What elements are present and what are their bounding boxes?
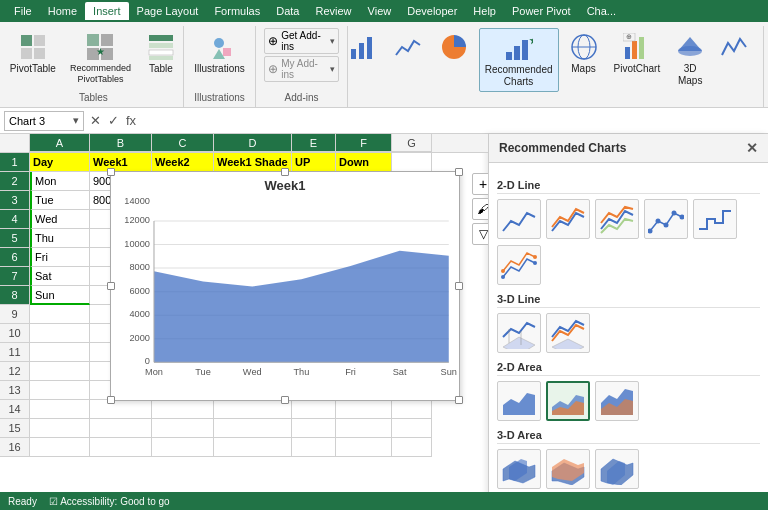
line-charts-button[interactable] [387,28,429,66]
tab-review[interactable]: Review [307,5,359,17]
tab-formulas[interactable]: Formulas [206,5,268,17]
illustrations-button[interactable]: Illustrations [189,28,250,78]
embedded-chart[interactable]: Week1 0 2000 4000 6000 8000 10000 12000 … [110,171,460,401]
chart-handle-tl[interactable] [107,168,115,176]
cell-a1[interactable]: Day [30,153,90,172]
recommended-pivot-button[interactable]: ★ RecommendedPivotTables [65,28,136,88]
row-header-12[interactable]: 12 [0,362,30,381]
line-chart-thumb-6[interactable] [497,245,541,285]
name-box-dropdown[interactable]: ▾ [73,114,79,127]
line-chart-thumb-4[interactable] [644,199,688,239]
row-header-11[interactable]: 11 [0,343,30,362]
cell-f15[interactable] [336,419,392,438]
cell-f14[interactable] [336,400,392,419]
cell-g14[interactable] [392,400,432,419]
3d-line-thumb-2[interactable] [546,313,590,353]
get-addins-button[interactable]: ⊕ Get Add-ins ▾ [264,28,339,54]
col-header-f[interactable]: F [336,134,392,152]
cell-b15[interactable] [90,419,152,438]
tab-data[interactable]: Data [268,5,307,17]
tab-chart[interactable]: Cha... [579,5,624,17]
3d-area-thumb-2[interactable] [546,449,590,489]
cell-d15[interactable] [214,419,292,438]
tab-view[interactable]: View [360,5,400,17]
2d-area-thumb-1[interactable] [497,381,541,421]
row-header-2[interactable]: 2 [0,172,30,191]
cell-f16[interactable] [336,438,392,457]
formula-input[interactable] [142,114,764,128]
3d-line-thumb-1[interactable] [497,313,541,353]
line-chart-thumb-5[interactable] [693,199,737,239]
row-header-6[interactable]: 6 [0,248,30,267]
cell-a14[interactable] [30,400,90,419]
cell-a4[interactable]: Wed [30,210,90,229]
row-header-13[interactable]: 13 [0,381,30,400]
cell-b1[interactable]: Week1 [90,153,152,172]
cell-g16[interactable] [392,438,432,457]
confirm-formula-button[interactable]: ✓ [106,113,121,128]
row-header-9[interactable]: 9 [0,305,30,324]
cell-a13[interactable] [30,381,90,400]
cell-a5[interactable]: Thu [30,229,90,248]
cell-a3[interactable]: Tue [30,191,90,210]
pivot-table-button[interactable]: PivotTable [5,28,61,78]
name-box[interactable]: Chart 3 ▾ [4,111,84,131]
row-header-10[interactable]: 10 [0,324,30,343]
cell-e14[interactable] [292,400,336,419]
cancel-formula-button[interactable]: ✕ [88,113,103,128]
tab-insert[interactable]: Insert [85,2,129,20]
cell-a10[interactable] [30,324,90,343]
cell-e1[interactable]: UP [292,153,336,172]
3d-area-thumb-1[interactable] [497,449,541,489]
maps-button[interactable]: Maps [563,28,605,78]
line-chart-thumb-1[interactable] [497,199,541,239]
recommended-charts-button[interactable]: ★ RecommendedCharts [479,28,559,92]
cell-a15[interactable] [30,419,90,438]
row-header-5[interactable]: 5 [0,229,30,248]
row-header-1[interactable]: 1 [0,153,30,172]
chart-handle-ml[interactable] [107,282,115,290]
cell-c15[interactable] [152,419,214,438]
col-header-d[interactable]: D [214,134,292,152]
cell-d16[interactable] [214,438,292,457]
row-header-7[interactable]: 7 [0,267,30,286]
chart-handle-tr[interactable] [455,168,463,176]
cell-b16[interactable] [90,438,152,457]
cell-g1[interactable] [392,153,432,172]
col-header-e[interactable]: E [292,134,336,152]
cell-g15[interactable] [392,419,432,438]
tab-home[interactable]: Home [40,5,85,17]
chart-handle-bl[interactable] [107,396,115,404]
tab-file[interactable]: File [6,5,40,17]
insert-function-button[interactable]: fx [124,113,138,128]
2d-area-thumb-3[interactable] [595,381,639,421]
row-header-16[interactable]: 16 [0,438,30,457]
cell-a12[interactable] [30,362,90,381]
tab-developer[interactable]: Developer [399,5,465,17]
chart-handle-br[interactable] [455,396,463,404]
cell-a8[interactable]: Sun [30,286,90,305]
row-header-15[interactable]: 15 [0,419,30,438]
my-addins-button[interactable]: ⊕ My Add-ins ▾ [264,56,339,82]
cell-c16[interactable] [152,438,214,457]
cell-e15[interactable] [292,419,336,438]
row-header-8[interactable]: 8 [0,286,30,305]
col-header-a[interactable]: A [30,134,90,152]
row-header-3[interactable]: 3 [0,191,30,210]
chart-add-element-button[interactable]: + [472,173,488,195]
cell-a2[interactable]: Mon [30,172,90,191]
2d-area-thumb-2[interactable] [546,381,590,421]
pivot-chart-button[interactable]: ⊕ PivotChart [609,28,666,78]
chart-handle-tc[interactable] [281,168,289,176]
col-header-c[interactable]: C [152,134,214,152]
tab-power-pivot[interactable]: Power Pivot [504,5,579,17]
panel-body[interactable]: 2-D Line [489,163,768,510]
chart-handle-bc[interactable] [281,396,289,404]
line-sparkline-button[interactable] [713,28,755,66]
pie-charts-button[interactable] [433,28,475,66]
cell-a7[interactable]: Sat [30,267,90,286]
cell-a6[interactable]: Fri [30,248,90,267]
bar-charts-button[interactable] [341,28,383,66]
chart-filter-button[interactable]: ▽ [472,223,488,245]
tab-page-layout[interactable]: Page Layout [129,5,207,17]
